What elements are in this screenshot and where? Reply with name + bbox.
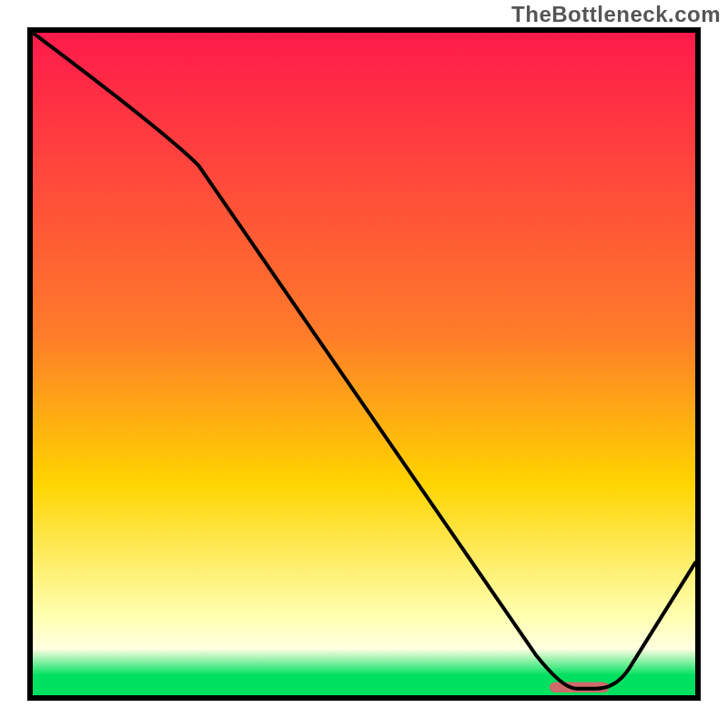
chart-frame: TheBottleneck.com xyxy=(0,0,728,728)
gradient-background xyxy=(33,33,695,695)
plot-border xyxy=(27,27,701,701)
watermark-text: TheBottleneck.com xyxy=(511,2,721,27)
plot-svg xyxy=(33,33,695,695)
